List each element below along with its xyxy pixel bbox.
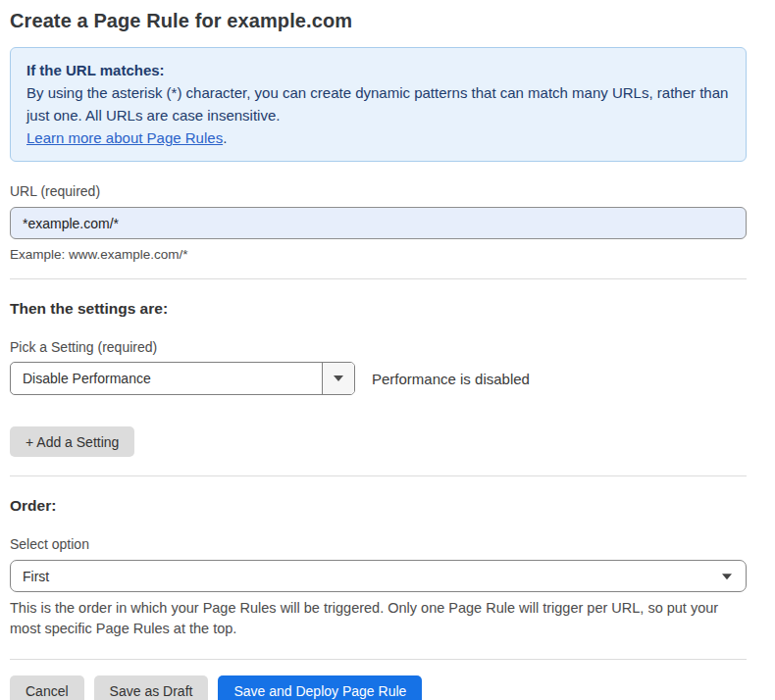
divider bbox=[10, 659, 747, 660]
add-setting-button[interactable]: + Add a Setting bbox=[10, 426, 134, 457]
setting-status-text: Performance is disabled bbox=[372, 371, 530, 387]
info-box-body: By using the asterisk (*) character, you… bbox=[26, 81, 730, 126]
setting-select-value: Disable Performance bbox=[11, 363, 322, 394]
info-box-link-line: Learn more about Page Rules. bbox=[26, 126, 730, 149]
order-select[interactable]: First bbox=[10, 560, 747, 592]
create-page-rule-form: Create a Page Rule for example.com If th… bbox=[0, 0, 775, 700]
pick-setting-label: Pick a Setting (required) bbox=[10, 339, 747, 355]
caret-down-icon bbox=[722, 574, 732, 579]
cancel-button[interactable]: Cancel bbox=[10, 675, 84, 700]
divider bbox=[10, 278, 747, 279]
divider bbox=[10, 475, 747, 476]
page-title: Create a Page Rule for example.com bbox=[10, 10, 747, 32]
settings-section-heading: Then the settings are: bbox=[10, 300, 747, 318]
save-and-deploy-button[interactable]: Save and Deploy Page Rule bbox=[218, 675, 422, 700]
caret-down-icon bbox=[334, 375, 343, 381]
url-label: URL (required) bbox=[10, 183, 747, 199]
order-section-heading: Order: bbox=[10, 497, 747, 515]
order-description: This is the order in which your Page Rul… bbox=[10, 598, 747, 639]
learn-more-link[interactable]: Learn more about Page Rules bbox=[26, 129, 223, 146]
setting-row: Disable Performance Performance is disab… bbox=[10, 362, 747, 395]
link-suffix: . bbox=[223, 129, 227, 146]
order-select-value: First bbox=[23, 569, 49, 584]
setting-select-arrow-segment[interactable] bbox=[322, 363, 354, 394]
footer-actions: Cancel Save as Draft Save and Deploy Pag… bbox=[10, 675, 747, 700]
url-example-hint: Example: www.example.com/* bbox=[10, 247, 747, 262]
setting-select[interactable]: Disable Performance bbox=[10, 362, 355, 395]
url-input[interactable] bbox=[10, 207, 747, 239]
url-matches-info-box: If the URL matches: By using the asteris… bbox=[10, 47, 747, 162]
info-box-heading: If the URL matches: bbox=[26, 59, 730, 81]
order-select-label: Select option bbox=[10, 536, 747, 552]
save-as-draft-button[interactable]: Save as Draft bbox=[94, 675, 209, 700]
